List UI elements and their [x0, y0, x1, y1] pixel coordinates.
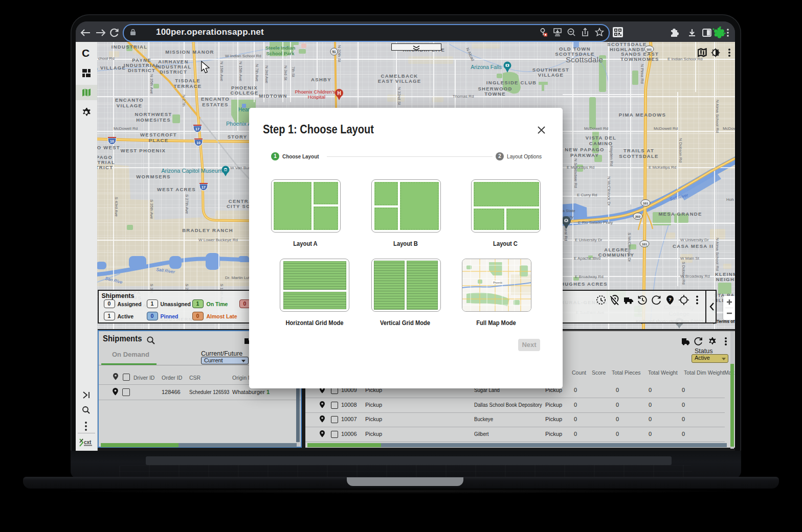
svg-text:NEIGHB: NEIGHB	[716, 276, 735, 282]
svg-text:N 3rd St: N 3rd St	[283, 65, 288, 81]
svg-text:7th St: 7th St	[291, 66, 296, 78]
svg-text:ASHBY: ASHBY	[311, 77, 331, 82]
svg-text:W Van Bur: W Van Bur	[230, 166, 250, 170]
svg-text:WORMSERS: WORMSERS	[136, 174, 170, 179]
svg-text:S 27th Ave: S 27th Ave	[185, 194, 189, 214]
svg-text:W Lower Buckeye Rd: W Lower Buckeye Rd	[198, 238, 238, 242]
svg-text:51: 51	[332, 50, 336, 54]
svg-text:MIDTOWN: MIDTOWN	[259, 93, 287, 99]
svg-text:101: 101	[647, 48, 652, 51]
svg-text:WEST ACRES: WEST ACRES	[157, 187, 196, 192]
svg-text:10: 10	[110, 140, 114, 143]
svg-text:Hear: Hear	[238, 107, 250, 112]
svg-text:N 35th Ave: N 35th Ave	[149, 74, 154, 95]
svg-text:School Park: School Park	[266, 51, 295, 56]
svg-text:Steele Indian: Steele Indian	[265, 45, 296, 51]
svg-text:McDowell Rd: McDowell Rd	[114, 126, 138, 131]
svg-text:17: 17	[195, 127, 199, 131]
svg-text:S 43rd Ave: S 43rd Ave	[114, 197, 119, 217]
svg-text:N Scottsdale Rd: N Scottsdale Rd	[573, 158, 578, 188]
svg-text:SCOTTSDALE: SCOTTSDALE	[619, 153, 658, 159]
svg-text:N Pima Rd: N Pima Rd	[640, 64, 644, 84]
svg-text:N 7th Ave: N 7th Ave	[255, 64, 259, 82]
svg-text:Hoh: Hoh	[726, 197, 734, 202]
svg-text:S 35th Ave: S 35th Ave	[149, 199, 154, 219]
svg-text:Arizona Capitol Museum: Arizona Capitol Museum	[161, 168, 222, 174]
svg-text:202: 202	[635, 215, 641, 218]
svg-text:COLLEGE: COLLEGE	[230, 90, 258, 96]
svg-text:E Broadway Rd: E Broadway Rd	[575, 274, 604, 279]
svg-text:N 15th Ave: N 15th Ave	[238, 61, 243, 82]
svg-text:MESA GRANDE: MESA GRANDE	[658, 211, 702, 217]
svg-text:N 20th St: N 20th St	[337, 45, 342, 62]
svg-text:N Alma School Rd: N Alma School Rd	[715, 100, 720, 133]
svg-text:HUGHES ACRES: HUGHES ACRES	[561, 281, 608, 287]
svg-text:N 32nd St: N 32nd St	[397, 87, 402, 105]
svg-text:PARKWAY: PARKWAY	[570, 152, 599, 158]
svg-text:W Main St: W Main St	[680, 256, 700, 261]
svg-text:ENCANTO: ENCANTO	[115, 97, 144, 103]
svg-text:Hospital: Hospital	[308, 94, 325, 100]
svg-text:Scottsdale: Scottsdale	[566, 55, 603, 64]
svg-text:McDowell Rd: McDowell Rd	[584, 126, 608, 131]
svg-text:BRADLEY RANCH: BRADLEY RANCH	[182, 227, 233, 233]
svg-text:N McClintock Dr: N McClintock Dr	[607, 176, 611, 206]
svg-text:DISTRICT: DISTRICT	[160, 69, 187, 75]
svg-text:S McClintock Dr: S McClintock Dr	[627, 233, 632, 262]
svg-text:TERRACE: TERRACE	[173, 83, 202, 89]
svg-text:GO WEST: GO WEST	[97, 145, 120, 150]
svg-text:E Rio Salado Pkwy: E Rio Salado Pkwy	[578, 220, 613, 225]
svg-text:McDowell: McDowell	[723, 126, 735, 131]
svg-text:chool Rd: chool Rd	[98, 56, 115, 61]
svg-text:E McKellips Rd: E McKellips Rd	[649, 165, 676, 170]
svg-text:WEST PHOENIX: WEST PHOENIX	[121, 148, 166, 153]
svg-text:CASA MESA II: CASA MESA II	[673, 243, 714, 249]
svg-text:EAST VILLAGE: EAST VILLAGE	[378, 78, 421, 84]
svg-text:E Indian School Rd: E Indian School Rd	[667, 57, 703, 61]
svg-text:N 19th Ave: N 19th Ave	[219, 61, 224, 82]
svg-text:N 3rd Ave: N 3rd Ave	[264, 65, 269, 84]
svg-text:E Curry Rd: E Curry Rd	[577, 193, 597, 197]
svg-text:W Indian School Rd: W Indian School Rd	[225, 54, 261, 58]
svg-text:DISTRICT: DISTRICT	[128, 67, 155, 73]
svg-text:W University Dr: W University Dr	[680, 238, 709, 242]
svg-text:PIMA MEADOWS: PIMA MEADOWS	[619, 112, 666, 118]
svg-text:VILLAGE: VILLAGE	[117, 103, 142, 108]
svg-text:MISSION MANOR: MISSION MANOR	[165, 49, 214, 55]
svg-text:Phoenix: Phoenix	[493, 281, 503, 284]
svg-text:ESTATES: ESTATES	[202, 102, 229, 107]
svg-text:STORY: STORY	[228, 134, 248, 140]
svg-text:N 27th: N 27th	[182, 95, 186, 107]
svg-text:?: ?	[669, 297, 672, 302]
svg-text:N Dobson Rd: N Dobson Rd	[678, 138, 683, 163]
svg-text:N Alma School Rd: N Alma School Rd	[715, 238, 720, 271]
svg-text:ENCANTO: ENCANTO	[201, 96, 230, 102]
svg-text:TA VILLAGE: TA VILLAGE	[97, 65, 126, 71]
svg-text:VILLAGE: VILLAGE	[538, 72, 564, 78]
svg-text:NORTHWEST: NORTHWEST	[135, 111, 172, 117]
svg-text:PLACE: PLACE	[149, 137, 169, 143]
svg-text:HOMESITES: HOMESITES	[136, 117, 171, 123]
svg-text:INGLESIDE CLUB: INGLESIDE CLUB	[486, 80, 537, 85]
svg-text:E McKellips Rd: E McKellips Rd	[567, 165, 594, 170]
svg-text:TRICT: TRICT	[97, 165, 113, 170]
svg-text:NEW PAPAGO: NEW PAPAGO	[565, 147, 605, 152]
svg-text:E University Dr: E University Dr	[575, 238, 603, 242]
svg-text:INDUSTRIAL: INDUSTRIAL	[112, 44, 148, 50]
svg-text:TOWNHOMES: TOWNHOMES	[620, 56, 659, 62]
svg-text:TOWNE: TOWNE	[484, 91, 506, 97]
svg-text:Hayden Rd: Hayden Rd	[609, 146, 614, 166]
svg-text:H: H	[337, 90, 341, 96]
svg-text:WESTCROFT: WESTCROFT	[140, 132, 177, 137]
svg-text:cxt: cxt	[84, 440, 92, 445]
svg-text:TISDALE: TISDALE	[175, 78, 201, 83]
svg-text:McDowell Rd: McDowell Rd	[654, 126, 678, 131]
svg-text:E Apache Blvd: E Apache Blvd	[574, 256, 600, 261]
svg-text:S Dobson Rd: S Dobson Rd	[681, 262, 686, 285]
svg-text:VISTA DEL: VISTA DEL	[586, 135, 616, 141]
svg-text:Thomas Rd: Thomas Rd	[453, 94, 474, 99]
svg-text:TRAILS AT: TRAILS AT	[623, 148, 654, 153]
svg-text:Arizona Falls: Arizona Falls	[471, 64, 502, 70]
